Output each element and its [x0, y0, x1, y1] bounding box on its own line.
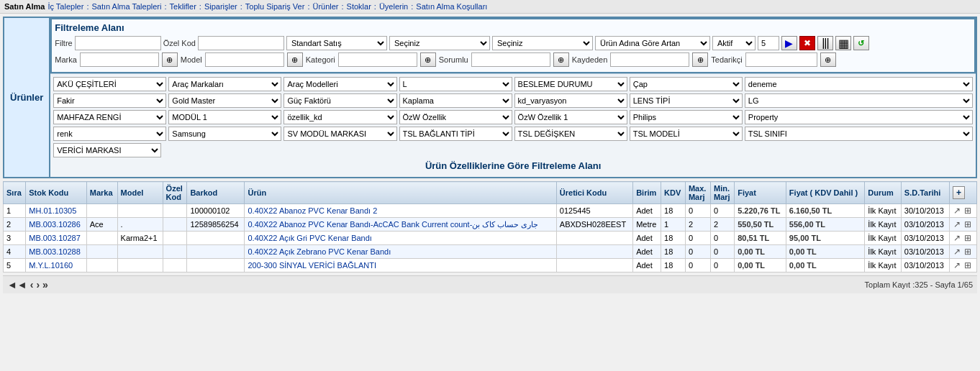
lg-select[interactable]: LG [745, 93, 973, 108]
prev-page-btn[interactable]: ‹ [30, 279, 34, 290]
seciniz2-select[interactable]: Seçiniz [492, 36, 593, 50]
standart-satis-select[interactable]: Standart Satış [286, 36, 387, 50]
nav-teklifler[interactable]: Teklifler [170, 2, 196, 11]
urun-link[interactable]: 0.40X22 Açık Zebrano PVC Kenar Bandı [248, 247, 391, 256]
kategori-input[interactable] [338, 52, 417, 67]
nav-urunler[interactable]: Ürünler [312, 2, 338, 11]
fakir-select[interactable]: Fakir [53, 93, 166, 108]
kaydeden-input[interactable] [610, 52, 689, 67]
renk-select[interactable]: renk [53, 127, 166, 141]
kaplama-select[interactable]: Kaplama [399, 93, 512, 108]
tedarikci-search-btn[interactable]: ⊕ [820, 52, 836, 67]
deneme-select[interactable]: deneme [745, 77, 973, 91]
nav-ic-talepler[interactable]: İç Talepler [47, 2, 83, 11]
filtre-input[interactable] [75, 36, 161, 50]
cell-barkod [187, 259, 245, 272]
urun-link[interactable]: 0.40X22 Abanoz PVC Kenar Bandı 2 [248, 206, 377, 215]
nav-siparisler[interactable]: Siparişler [204, 2, 237, 11]
urun-link[interactable]: 0.40X22 Abanoz PVC Kenar Bandı-AcCAC Ban… [248, 220, 538, 229]
nav-stoklar[interactable]: Stoklar [347, 2, 371, 11]
modul1-select[interactable]: MODÜL 1 [168, 110, 281, 124]
go-button[interactable]: ▶ [781, 36, 797, 50]
marka-input[interactable] [80, 52, 159, 67]
ozw-ozellik-select[interactable]: ÖzW Özellik [399, 110, 512, 124]
nav-satin-alma-talepleri[interactable]: Satın Alma Talepleri [91, 2, 161, 11]
stok-kodu-link[interactable]: MB.003.10288 [29, 247, 81, 256]
arac-modelleri-select[interactable]: Araç Modelleri [283, 77, 396, 91]
sorumlu-input[interactable] [471, 52, 550, 67]
nav-uyelerin[interactable]: Üyelerin [379, 2, 408, 11]
ozw-ozellik1-select[interactable]: ÖzW Özellik 1 [514, 110, 627, 124]
sv-modul-markasi-select[interactable]: SV MODÜL MARKASI [283, 127, 396, 141]
kategori-search-btn[interactable]: ⊕ [420, 52, 436, 67]
first-page-btn[interactable]: ◄◄ [7, 279, 27, 290]
kaydeden-search-btn[interactable]: ⊕ [692, 52, 708, 67]
row-action-add[interactable]: ⊞ [964, 219, 971, 229]
barcode2-button[interactable]: ▦ [835, 36, 851, 50]
row-action-edit[interactable]: ↗ [953, 206, 961, 216]
num-input[interactable]: 5 [758, 36, 779, 50]
table-row: 3 MB.003.10287 Karma2+1 0.40X22 Açık Gri… [4, 232, 977, 245]
last-page-btn[interactable]: » [42, 279, 48, 290]
tsl-modeli-select[interactable]: TSL MODELİ [630, 127, 743, 141]
kd-varyasyon-select[interactable]: kd_varyasyon [514, 93, 627, 108]
urun-adina-gore-select[interactable]: Ürün Adına Göre Artan [595, 36, 710, 50]
cell-max-marj: 0 [685, 245, 710, 259]
next-page-btn[interactable]: › [36, 279, 40, 290]
urun-link[interactable]: 0.40X22 Açık Gri PVC Kenar Bandı [248, 234, 371, 242]
row-action-edit[interactable]: ↗ [953, 219, 961, 229]
tsl-sinifi-select[interactable]: TSL SINIFI [745, 127, 973, 141]
row-action-add[interactable]: ⊞ [964, 260, 971, 270]
product-area: Ürünler Filtreleme Alanı Filtre Özel Kod… [3, 17, 977, 178]
l-select[interactable]: L [399, 77, 512, 91]
row-action-edit[interactable]: ↗ [953, 260, 961, 270]
aktif-select[interactable]: Aktif [712, 36, 756, 50]
stok-kodu-link[interactable]: MB.003.10287 [29, 234, 81, 242]
stok-kodu-link[interactable]: MB.003.10286 [29, 220, 81, 229]
ozel-kod-input[interactable] [198, 36, 284, 50]
besleme-durumu-select[interactable]: BESLEME DURUMU [514, 77, 627, 91]
add-record-button[interactable]: + [953, 186, 965, 199]
filter-title-2: Ürün Özelliklerine Göre Filtreleme Alanı [53, 160, 973, 171]
cell-actions: ↗ ⊞ [950, 204, 977, 218]
cap-select[interactable]: Çap [630, 77, 743, 91]
row-action-add[interactable]: ⊞ [964, 247, 971, 257]
tedarikci-label: Tedarikçi [711, 55, 742, 64]
lens-tipi-select[interactable]: LENS TİPİ [630, 93, 743, 108]
stok-kodu-link[interactable]: M.Y.L.10160 [29, 261, 73, 270]
sorumlu-search-btn[interactable]: ⊕ [553, 52, 569, 67]
philips-select[interactable]: Philips [630, 110, 743, 124]
dropdown-cell-kaplama: Kaplama [399, 93, 512, 108]
clear-button[interactable]: ✖ [799, 36, 815, 50]
row-action-edit[interactable]: ↗ [953, 233, 961, 243]
guc-faktoru-select[interactable]: Güç Faktörü [283, 93, 396, 108]
col-stok-kodu: Stok Kodu [26, 182, 87, 204]
urun-link[interactable]: 200-300 SİNYAL VERİCİ BAĞLANTI [248, 261, 376, 270]
gold-master-select[interactable]: Gold Master [168, 93, 281, 108]
marka-search-btn[interactable]: ⊕ [162, 52, 178, 67]
tedarikci-input[interactable] [745, 52, 817, 67]
tsl-degisken-select[interactable]: TSL DEĞİŞKEN [514, 127, 627, 141]
nav-satin-alma-kosullari[interactable]: Satın Alma Koşulları [416, 2, 487, 11]
cell-stok-kodu: MB.003.10288 [26, 245, 87, 259]
row-action-edit[interactable]: ↗ [953, 247, 961, 257]
row-action-add[interactable]: ⊞ [964, 206, 971, 216]
refresh-button[interactable]: ↺ [853, 36, 869, 50]
row-action-add[interactable]: ⊞ [964, 233, 971, 243]
cell-urun: 0.40X22 Abanoz PVC Kenar Bandı 2 [245, 204, 556, 218]
arac-markalari-select[interactable]: Araç Markaları [168, 77, 281, 91]
model-input[interactable] [205, 52, 284, 67]
seciniz1-select[interactable]: Seçiniz [389, 36, 490, 50]
ozellik-kd-select[interactable]: özellik_kd [283, 110, 396, 124]
aku-cesitleri-select[interactable]: AKÜ ÇEŞİTLERİ [53, 77, 166, 91]
barcode-button[interactable]: ||| [817, 36, 833, 50]
mahfaza-rengi-select[interactable]: MAHFAZA RENGİ [53, 110, 166, 124]
tsl-baglanti-tipi-select[interactable]: TSL BAĞLANTI TİPİ [399, 127, 512, 141]
model-search-btn[interactable]: ⊕ [287, 52, 303, 67]
verici-markasi-select[interactable]: VERİCİ MARKASI [53, 143, 161, 157]
property-select[interactable]: Property [745, 110, 973, 124]
nav-toplu-siparis[interactable]: Toplu Sipariş Ver [245, 2, 305, 11]
dropdown-cell-aku: AKÜ ÇEŞİTLERİ [53, 77, 166, 91]
stok-kodu-link[interactable]: MH.01.10305 [29, 206, 76, 215]
samsung-select[interactable]: Samsung [168, 127, 281, 141]
